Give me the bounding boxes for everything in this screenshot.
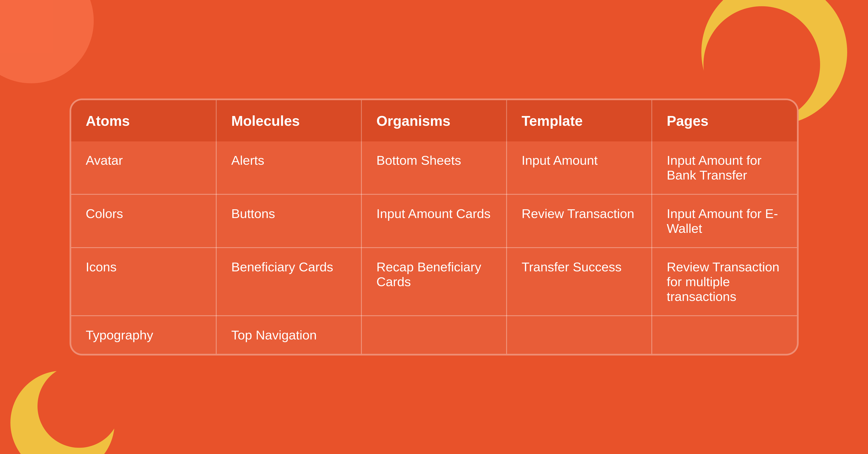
cell-template-1: Input Amount — [506, 141, 652, 194]
bg-circle-top-left — [0, 0, 94, 83]
table-row: Icons Beneficiary Cards Recap Beneficiar… — [71, 248, 797, 316]
cell-template-3: Transfer Success — [506, 248, 652, 316]
cell-template-2: Review Transaction — [506, 194, 652, 248]
table-row: Colors Buttons Input Amount Cards Review… — [71, 194, 797, 248]
cell-atoms-4: Typography — [71, 316, 216, 354]
design-system-table: Atoms Molecules Organisms Template Pages… — [71, 100, 797, 354]
table-row: Avatar Alerts Bottom Sheets Input Amount… — [71, 141, 797, 194]
main-card: Atoms Molecules Organisms Template Pages… — [69, 98, 799, 356]
cell-molecules-1: Alerts — [216, 141, 362, 194]
bg-circle-bottom-left-red — [37, 364, 121, 448]
cell-pages-3: Review Transaction for multiple transact… — [652, 248, 797, 316]
cell-atoms-2: Colors — [71, 194, 216, 248]
header-organisms: Organisms — [362, 100, 506, 141]
header-molecules: Molecules — [216, 100, 362, 141]
header-atoms: Atoms — [71, 100, 216, 141]
table-header-row: Atoms Molecules Organisms Template Pages — [71, 100, 797, 141]
bg-circle-bottom-left-yellow — [10, 371, 115, 454]
header-template: Template — [506, 100, 652, 141]
cell-organisms-4 — [362, 316, 506, 354]
cell-molecules-2: Buttons — [216, 194, 362, 248]
cell-molecules-4: Top Navigation — [216, 316, 362, 354]
cell-atoms-3: Icons — [71, 248, 216, 316]
header-pages: Pages — [652, 100, 797, 141]
cell-pages-2: Input Amount for E-Wallet — [652, 194, 797, 248]
cell-pages-1: Input Amount for Bank Transfer — [652, 141, 797, 194]
cell-molecules-3: Beneficiary Cards — [216, 248, 362, 316]
cell-organisms-2: Input Amount Cards — [362, 194, 506, 248]
table-row: Typography Top Navigation — [71, 316, 797, 354]
cell-atoms-1: Avatar — [71, 141, 216, 194]
cell-template-4 — [506, 316, 652, 354]
cell-pages-4 — [652, 316, 797, 354]
cell-organisms-3: Recap Beneficiary Cards — [362, 248, 506, 316]
cell-organisms-1: Bottom Sheets — [362, 141, 506, 194]
